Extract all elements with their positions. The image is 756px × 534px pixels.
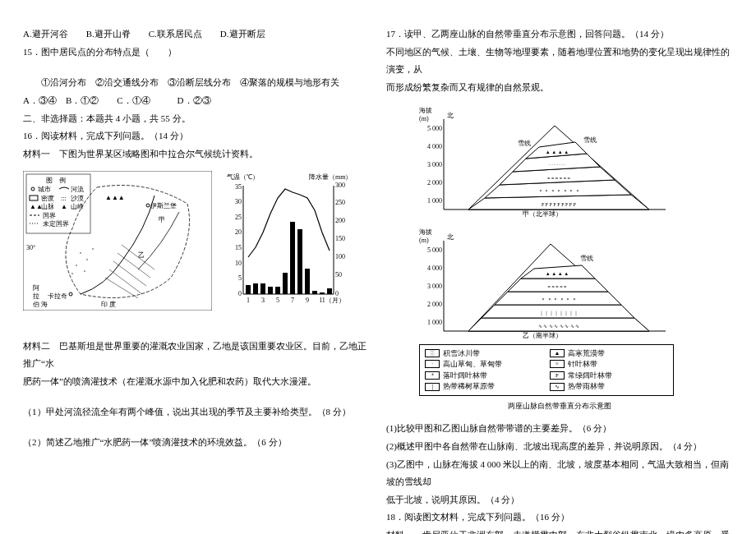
- svg-text:25: 25: [235, 214, 242, 221]
- svg-text:100: 100: [335, 253, 345, 260]
- q17-intro-line2: 而形成纷繁复杂而又有规律的自然景观。: [386, 79, 733, 96]
- svg-text:印 度: 印 度: [101, 301, 116, 308]
- svg-text:海拔: 海拔: [419, 228, 432, 236]
- svg-text:▲ ▲ ▲ ▲: ▲ ▲ ▲ ▲: [546, 271, 569, 276]
- q16-figures: 图 例 城市 河流 密度 :::沙漠 ▲▲山脉 ▲山峰 国界 未定国界 30°: [23, 171, 370, 311]
- svg-text:伯: 伯: [33, 301, 39, 308]
- svg-text:(m): (m): [419, 237, 429, 244]
- q16-material2-line1: 材料二 巴基斯坦是世界重要的灌溉农业国家，乙地是该国重要农业区。目前，乙地正推广…: [23, 338, 370, 372]
- temp-line: [248, 189, 330, 257]
- region-map: 图 例 城市 河流 密度 :::沙漠 ▲▲山脉 ▲山峰 国界 未定国界 30°: [23, 171, 212, 311]
- svg-text:拉: 拉: [33, 292, 39, 300]
- svg-text:11: 11: [319, 297, 325, 304]
- svg-text:4 000: 4 000: [427, 143, 442, 150]
- svg-text:卡拉奇: 卡拉奇: [48, 292, 67, 300]
- svg-text:乙（南半球）: 乙（南半球）: [523, 332, 562, 339]
- svg-text:∿ ∿ ∿ ∿ ∿ ∿ ∿ ∿: ∿ ∿ ∿ ∿ ∿ ∿ ∿ ∿: [538, 324, 580, 329]
- svg-text:城市: 城市: [37, 186, 51, 193]
- map-legend-title: 图 例: [46, 177, 66, 184]
- svg-point-17: [86, 260, 87, 260]
- svg-rect-55: [253, 283, 258, 294]
- svg-text:▲▲▲: ▲▲▲: [105, 194, 125, 201]
- svg-text::::: :::: [61, 195, 67, 202]
- q17-sub2: (2)概述甲图中各自然带在山脉南、北坡出现高度的差异，并说明原因。（4 分）: [386, 438, 733, 455]
- svg-text:2 000: 2 000: [427, 179, 442, 186]
- svg-text:50: 50: [335, 271, 342, 279]
- svg-text:阿: 阿: [33, 284, 39, 292]
- svg-rect-65: [327, 288, 332, 294]
- q16-material2-line2: 肥药一体”的喷滴灌技术（在灌溉水源中加入化肥和农药）取代大水漫灌。: [23, 373, 370, 390]
- svg-text:15: 15: [235, 244, 242, 251]
- svg-text:9: 9: [306, 297, 309, 304]
- q18-stem: 18．阅读图文材料，完成下列问题。（16 分）: [386, 509, 733, 526]
- svg-rect-54: [246, 285, 251, 294]
- svg-text:雪线: 雪线: [518, 140, 531, 147]
- svg-rect-58: [275, 287, 280, 294]
- svg-text:（月）: （月）: [325, 297, 345, 304]
- q17-sub3-line2: 低于北坡，说明其原因。（4 分）: [386, 491, 733, 509]
- svg-text:F F F F F F F F F: F F F F F F F F F: [542, 202, 577, 207]
- precip-bars: [246, 222, 332, 294]
- svg-rect-5: [30, 196, 38, 200]
- svg-text:北: 北: [447, 233, 454, 241]
- svg-text:10: 10: [235, 260, 242, 267]
- q15-choices: A．③④ B．①② C．①④ D．②③: [23, 92, 370, 109]
- svg-text:海: 海: [41, 301, 48, 308]
- q17-intro-line1: 不同地区的气候、土壤、生物等地理要素，随着地理位置和地势的变化呈现出规律性的演变…: [386, 44, 733, 78]
- mountain-legend: ░积雪冰川带 ▲高寒荒漠带 ·高山草甸、草甸带 ≡针叶林带 ＊落叶阔叶林带 F常…: [419, 344, 674, 396]
- svg-text:5 000: 5 000: [427, 125, 442, 132]
- svg-text:乙: 乙: [138, 251, 145, 259]
- svg-text:密度: 密度: [41, 195, 54, 202]
- svg-text:雪线: 雪线: [583, 136, 597, 144]
- svg-text:3 000: 3 000: [427, 283, 442, 290]
- q17-sub1: (1)比较甲图和乙图山脉自然带带谱的主要差异。（6 分）: [386, 420, 733, 437]
- svg-text:≡ ≡ ≡ ≡ ≡: ≡ ≡ ≡ ≡ ≡: [548, 284, 568, 289]
- svg-text:▲: ▲: [61, 203, 67, 210]
- svg-text:3: 3: [261, 297, 265, 304]
- q16-stem: 16．阅读材料，完成下列问题。（14 分）: [23, 127, 370, 145]
- svg-rect-59: [283, 273, 288, 294]
- svg-text:气温（℃）: 气温（℃）: [227, 173, 259, 181]
- svg-text:35: 35: [235, 183, 242, 191]
- svg-text:海拔: 海拔: [419, 107, 432, 114]
- svg-text:未定国界: 未定国界: [43, 220, 69, 228]
- svg-text:1: 1: [247, 297, 250, 304]
- svg-text:甲（北半球）: 甲（北半球）: [523, 210, 562, 218]
- svg-rect-57: [268, 287, 273, 294]
- svg-text:▲ ▲ ▲ ▲: ▲ ▲ ▲ ▲: [546, 150, 569, 154]
- svg-text:5: 5: [238, 274, 242, 282]
- right-column: 17．读甲、乙两座山脉的自然带垂直分布示意图，回答问题。（14 分） 不同地区的…: [378, 25, 741, 518]
- svg-text:2 000: 2 000: [427, 301, 442, 308]
- svg-text:伊斯兰堡: 伊斯兰堡: [150, 202, 177, 209]
- q17-sub3-line1: (3)乙图中，山脉在海拔 4 000 米以上的南、北坡，坡度基本相同，气温大致相…: [386, 456, 733, 490]
- q15-items: ①沿河分布 ②沿交通线分布 ③沿断层线分布 ④聚落的规模与地形有关: [23, 74, 370, 91]
- svg-text:国界: 国界: [43, 212, 56, 219]
- svg-text:30°: 30°: [26, 244, 35, 251]
- svg-text:30: 30: [235, 198, 242, 205]
- svg-text:0: 0: [238, 290, 242, 297]
- svg-text:｜｜｜｜｜｜｜｜: ｜｜｜｜｜｜｜｜: [539, 311, 579, 316]
- svg-text:300: 300: [335, 182, 345, 189]
- q16-sub1: （1）甲处河流径流全年有两个峰值，说出其出现的季节及主要补给类型。（8 分）: [23, 403, 370, 421]
- svg-text:降水量（mm）: 降水量（mm）: [309, 173, 352, 181]
- left-column: A.避开河谷 B.避开山脊 C.联系居民点 D.避开断层 15．图中居民点的分布…: [15, 25, 378, 518]
- svg-text:20: 20: [235, 228, 242, 236]
- svg-text:雪线: 雪线: [580, 255, 593, 262]
- q14-options: A.避开河谷 B.避开山脊 C.联系居民点 D.避开断层: [23, 25, 370, 43]
- svg-text:＊ ＊ ＊ ＊ ＊ ＊: ＊ ＊ ＊ ＊ ＊ ＊: [541, 297, 577, 302]
- svg-text:山脉: 山脉: [41, 203, 54, 210]
- svg-text:河流: 河流: [71, 186, 84, 193]
- svg-text:200: 200: [335, 217, 345, 224]
- svg-text:(m): (m): [419, 115, 429, 122]
- svg-rect-61: [297, 229, 302, 294]
- svg-rect-63: [312, 291, 317, 294]
- svg-text:1 000: 1 000: [427, 197, 442, 205]
- mountain-yi: 海拔 (m) 北 5 0004 000 3 0002 0001 000 ∿ ∿ …: [419, 224, 674, 339]
- climate-chart: 气温（℃） 降水量（mm） 0510 152025 3035 050100 15…: [220, 171, 352, 311]
- svg-text:7: 7: [291, 297, 294, 304]
- svg-text:甲: 甲: [159, 216, 165, 223]
- svg-text:4 000: 4 000: [427, 265, 442, 272]
- svg-point-20: [71, 274, 72, 274]
- svg-point-18: [76, 265, 76, 266]
- svg-text:≡ ≡ ≡ ≡ ≡ ≡: ≡ ≡ ≡ ≡ ≡ ≡: [547, 176, 570, 181]
